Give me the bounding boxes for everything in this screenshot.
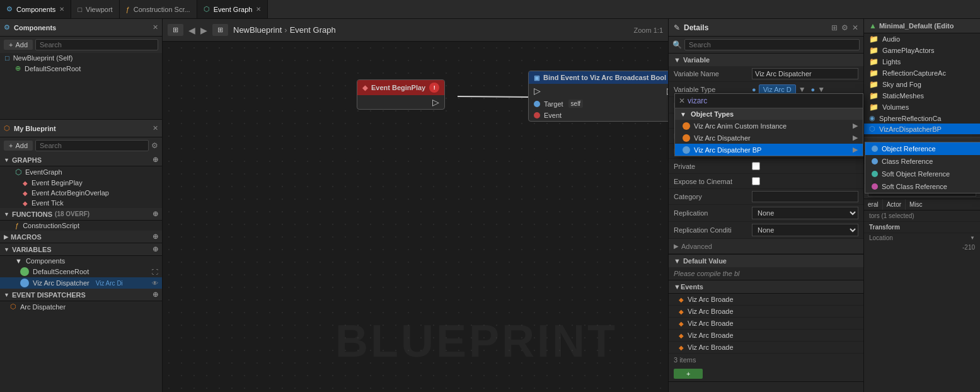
blueprint-panel-close[interactable]: ✕: [153, 124, 158, 132]
details-table-icon[interactable]: ⊞: [831, 23, 838, 32]
type-sphere-2: ●: [811, 86, 816, 93]
functions-label: FUNCTIONS: [12, 210, 52, 218]
replication-select[interactable]: None: [752, 207, 858, 219]
var-defaultsceneroot[interactable]: DefaultSceneRoot ⛶: [0, 266, 162, 277]
default-value-header[interactable]: ▼ Default Value: [669, 255, 863, 267]
details-search-input[interactable]: [684, 39, 860, 50]
type-down-arrow[interactable]: ▼: [798, 85, 806, 94]
components-subsection[interactable]: ▼ Components: [0, 256, 162, 266]
dispatchers-add-icon[interactable]: ⊕: [153, 291, 158, 299]
variables-add-icon[interactable]: ⊕: [153, 245, 158, 253]
blueprint-search-input[interactable]: [35, 140, 149, 151]
eventgraph-tab-close[interactable]: ✕: [256, 6, 261, 13]
right-item-reflection[interactable]: 📁 ReflectionCaptureAc: [864, 67, 980, 79]
event-item-3[interactable]: ◆ Viz Arc Broade: [669, 318, 863, 330]
components-search-input[interactable]: [35, 39, 158, 50]
event-actoroverlap-item[interactable]: ◆ Event ActorBeginOverlap: [0, 188, 162, 198]
var-vizarcdispatcher[interactable]: Viz Arc Dispatcher Viz Arc Di 👁: [0, 277, 162, 289]
macros-add-icon[interactable]: ⊕: [153, 233, 158, 241]
graphs-add-icon[interactable]: ⊕: [153, 156, 158, 164]
submenu-class-reference[interactable]: Class Reference: [865, 155, 980, 168]
event-tick-item[interactable]: ◆ Event Tick: [0, 198, 162, 208]
layout-btn[interactable]: ⊞: [212, 24, 228, 36]
exec-in[interactable]: ▷: [534, 86, 541, 96]
forward-arrow[interactable]: ▶: [200, 25, 207, 35]
expose-cinemat-label: Expose to Cinemat: [674, 178, 749, 185]
tab-eventgraph[interactable]: ⬡ Event Graph ✕: [197, 0, 268, 18]
variable-name-input[interactable]: [752, 68, 858, 79]
event-item-2[interactable]: ◆ Viz Arc Broade: [669, 306, 863, 318]
events-add-button[interactable]: +: [674, 369, 703, 379]
breadcrumb-leaf[interactable]: Event Graph: [290, 25, 336, 35]
replication-cond-select[interactable]: None: [752, 224, 858, 236]
eventgraph-item[interactable]: ⬡ EventGraph: [0, 166, 162, 178]
details-settings-icon[interactable]: ⚙: [841, 23, 848, 32]
components-tab-icon: ⚙: [6, 5, 13, 13]
variable-section-arrow: ▼: [674, 56, 681, 64]
macros-section-header[interactable]: ▶ MACROS ⊕: [0, 231, 162, 243]
right-item-vizarcdispatcherbp[interactable]: ⬡ VizArcDispatcherBP: [864, 124, 980, 134]
submenu-object-reference[interactable]: Object Reference: [865, 142, 980, 155]
dropdown-search-input[interactable]: [688, 96, 859, 105]
softclassref-label: Soft Class Reference: [882, 183, 947, 190]
dropdown-item-viz-dispatcher[interactable]: Viz Arc Dispatcher ▶: [675, 132, 863, 144]
exec-out-bind[interactable]: ▷: [667, 86, 668, 96]
dropdown-item-viz-dispatcher-bp[interactable]: Viz Arc Dispatcher BP ▶: [675, 144, 863, 156]
breadcrumb-root[interactable]: NewBlueprint: [233, 25, 282, 35]
landscape-icon: ▲: [869, 21, 877, 30]
submenu-soft-class[interactable]: Soft Class Reference: [865, 180, 980, 193]
variable-section-header[interactable]: ▼ Variable: [669, 54, 863, 66]
graphs-section-header[interactable]: ▼ GRAPHS ⊕: [0, 154, 162, 166]
tree-item-newblueprint[interactable]: □ NewBlueprint (Self): [0, 53, 162, 63]
events-section-header[interactable]: ▼ Events: [669, 280, 863, 294]
type-down-arrow-2[interactable]: ▼: [817, 85, 825, 94]
tab-construction[interactable]: ƒ Construction Scr...: [120, 0, 197, 18]
viz-dispatcher-bp-label: Viz Arc Dispatcher BP: [694, 146, 761, 154]
blueprint-settings-icon[interactable]: ⚙: [151, 141, 158, 150]
private-checkbox[interactable]: [752, 162, 760, 170]
expose-cinemat-checkbox[interactable]: [752, 177, 760, 185]
tab-viewport[interactable]: □ Viewport: [71, 0, 119, 18]
components-add-button[interactable]: + Add: [4, 40, 33, 50]
dropdown-x-icon[interactable]: ✕: [679, 96, 685, 105]
sub-details-transform[interactable]: Transform: [864, 222, 980, 233]
right-item-audio[interactable]: 📁 Audio: [864, 33, 980, 45]
audio-label: Audio: [882, 35, 900, 43]
right-item-lights[interactable]: 📁 Lights: [864, 56, 980, 67]
event-item-5[interactable]: ◆ Viz Arc Broade: [669, 342, 863, 354]
node-event-beginplay[interactable]: ◆ Event BeginPlay ! ▷: [357, 79, 445, 110]
sub-tab-misc[interactable]: Misc: [906, 199, 926, 210]
right-item-staticmeshes[interactable]: 📁 StaticMeshes: [864, 90, 980, 101]
right-item-gameplayactors[interactable]: 📁 GamePlayActors: [864, 45, 980, 56]
details-close[interactable]: ✕: [852, 23, 858, 32]
node-bind-event[interactable]: ▣ Bind Event to Viz Arc Broadcast Bool ▷…: [528, 71, 668, 122]
exec-out-pin[interactable]: ▷: [432, 97, 439, 107]
event-beginplay-item[interactable]: ◆ Event BeginPlay: [0, 178, 162, 188]
graph-canvas[interactable]: BLUEPRINT ◆ Event BeginPlay ! ▷: [163, 42, 668, 392]
tab-components[interactable]: ⚙ Components ✕: [0, 0, 71, 18]
event-dispatchers-header[interactable]: ▼ EVENT DISPATCHERS ⊕: [0, 289, 162, 301]
functions-section-header[interactable]: ▼ FUNCTIONS (18 OVERF) ⊕: [0, 208, 162, 221]
dropdown-item-viz-anim[interactable]: Viz Arc Anim Custom Instance ▶: [675, 120, 863, 132]
arc-dispatcher-item[interactable]: ⬡ Arc Dispatcher: [0, 301, 162, 312]
blueprint-add-button[interactable]: + Add: [4, 141, 33, 151]
event-item-1[interactable]: ◆ Viz Arc Broade: [669, 294, 863, 306]
tree-item-defaultsceneroot[interactable]: ⊕ DefaultSceneRoot: [0, 63, 162, 74]
sub-tab-actor[interactable]: Actor: [883, 199, 906, 210]
functions-add-icon[interactable]: ⊕: [153, 210, 158, 218]
back-arrow[interactable]: ◀: [188, 25, 195, 35]
category-input[interactable]: [752, 191, 858, 202]
toolbar-btn-1[interactable]: ⊞: [168, 24, 183, 36]
viewport-tab-icon: □: [78, 6, 82, 13]
components-panel-close[interactable]: ✕: [153, 23, 158, 32]
construction-script-item[interactable]: ƒ ConstructionScript: [0, 221, 162, 231]
add-label: Add: [15, 41, 28, 49]
sub-tab-general[interactable]: eral: [864, 199, 883, 210]
right-item-sky[interactable]: 📁 Sky and Fog: [864, 79, 980, 90]
submenu-soft-object[interactable]: Soft Object Reference: [865, 168, 980, 180]
right-item-sphere[interactable]: ◉ SphereReflectionCa: [864, 113, 980, 124]
components-tab-close[interactable]: ✕: [59, 6, 64, 13]
right-item-volumes[interactable]: 📁 Volumes: [864, 101, 980, 113]
variables-section-header[interactable]: ▼ VARIABLES ⊕: [0, 243, 162, 256]
event-item-4[interactable]: ◆ Viz Arc Broade: [669, 330, 863, 342]
